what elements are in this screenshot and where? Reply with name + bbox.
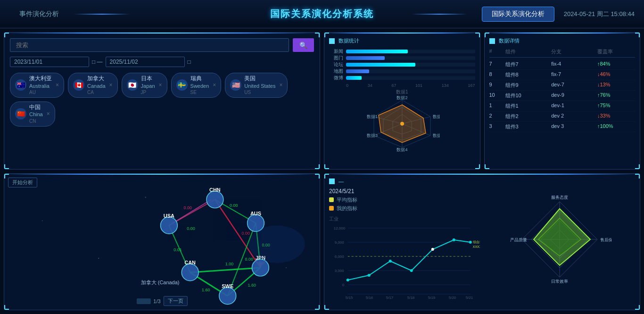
cell-comp: 组件7 bbox=[505, 61, 550, 68]
svg-text:0.00: 0.00 bbox=[187, 226, 195, 231]
header-title: 国际关系演化分析系统 bbox=[270, 8, 374, 20]
nav-intl-relations[interactable]: 国际关系演化分析 bbox=[482, 7, 554, 22]
table-row[interactable]: 7 组件7 fix-4 ↑84% bbox=[489, 59, 636, 70]
country-remove-icon[interactable]: × bbox=[56, 82, 59, 88]
svg-text:0.00: 0.00 bbox=[242, 231, 250, 236]
header-divider2 bbox=[411, 14, 468, 15]
cell-change: ↑76% bbox=[597, 92, 635, 99]
svg-text:5/18: 5/18 bbox=[407, 296, 415, 299]
page-indicator: 1/3 bbox=[153, 298, 160, 304]
svg-text:售后保障: 售后保障 bbox=[600, 238, 611, 242]
header: 事件演化分析 国际关系演化分析系统 国际关系演化分析 2024-05-21 周二… bbox=[0, 0, 644, 28]
main-content: 🔍 □ — □ 🇦🇺 澳大利亚 Australia AU × 🇨🇦 加拿大 bbox=[0, 28, 644, 314]
svg-text:AUS: AUS bbox=[250, 210, 261, 216]
country-tag[interactable]: 🇦🇺 澳大利亚 Australia AU × bbox=[10, 73, 64, 98]
svg-text:日常效率: 日常效率 bbox=[551, 279, 568, 284]
svg-point-49 bbox=[252, 259, 269, 276]
svg-text:数据5: 数据5 bbox=[433, 133, 440, 138]
table-row[interactable]: 8 组件8 fix-7 ↓46% bbox=[489, 70, 636, 80]
svg-text:数据6: 数据6 bbox=[433, 114, 440, 119]
date-end-input[interactable] bbox=[106, 57, 185, 67]
svg-text:0: 0 bbox=[342, 283, 345, 287]
analysis-panel: — 2024/5/21 平均指标 我的指标 工业 bbox=[324, 173, 640, 311]
country-remove-icon[interactable]: × bbox=[47, 110, 50, 117]
cell-change: ↓33% bbox=[597, 113, 635, 120]
svg-text:0.00: 0.00 bbox=[245, 257, 253, 262]
cell-id: 10 bbox=[489, 92, 504, 99]
bar-chart-x-label: 数据1 bbox=[329, 89, 475, 95]
country-remove-icon[interactable]: × bbox=[213, 82, 216, 88]
table-label: 数据详情 bbox=[489, 37, 636, 44]
country-tag[interactable]: 🇨🇳 中国 China CN × bbox=[10, 102, 55, 127]
top-right-section: 数据统计 新闻 图门 论坛 地图 微博 bbox=[324, 32, 640, 170]
table-row[interactable]: 10 组件10 dev-9 ↑76% bbox=[489, 91, 636, 101]
svg-text:5/16: 5/16 bbox=[366, 296, 373, 299]
table-panel: 数据详情 # 组件 分支 覆盖率 7 组件7 fix-4 ↑84% 8 组件8 … bbox=[484, 32, 641, 170]
svg-text:服务态度: 服务态度 bbox=[551, 195, 568, 200]
bar-axis-label: 167 bbox=[468, 83, 475, 88]
legend-mine-dot bbox=[329, 206, 334, 211]
country-info: 美国 United States US bbox=[244, 75, 275, 95]
network-label[interactable]: 开始分析 bbox=[8, 178, 37, 187]
svg-point-19 bbox=[286, 267, 287, 268]
svg-point-18 bbox=[42, 220, 43, 221]
country-zh: 美国 bbox=[244, 75, 275, 83]
cell-id: 3 bbox=[489, 123, 504, 130]
table-row[interactable]: 1 组件1 dev-1 ↑75% bbox=[489, 101, 636, 111]
chart-legend: 平均指标 我的指标 bbox=[329, 196, 480, 212]
country-flag: 🇺🇸 bbox=[230, 79, 241, 91]
search-panel: 🔍 □ — □ 🇦🇺 澳大利亚 Australia AU × 🇨🇦 加拿大 bbox=[4, 32, 320, 170]
bar-fill bbox=[346, 56, 385, 60]
country-zh: 日本 bbox=[141, 75, 155, 83]
country-tag[interactable]: 🇺🇸 美国 United States US × bbox=[225, 73, 288, 98]
country-flag: 🇯🇵 bbox=[127, 79, 138, 91]
svg-text:12,000: 12,000 bbox=[334, 226, 346, 230]
legend-avg: 平均指标 bbox=[329, 196, 480, 204]
date-start-input[interactable] bbox=[10, 57, 89, 67]
svg-text:0.00: 0.00 bbox=[230, 203, 238, 207]
country-tag[interactable]: 🇨🇦 加拿大 Canada CA × bbox=[68, 73, 118, 98]
country-code: SE bbox=[190, 89, 209, 95]
country-remove-icon[interactable]: × bbox=[159, 82, 162, 88]
country-zh: 瑞典 bbox=[190, 75, 209, 83]
svg-text:1.00: 1.00 bbox=[225, 261, 233, 266]
search-button[interactable]: 🔍 bbox=[293, 38, 314, 52]
bar-axis-label: 101 bbox=[415, 83, 422, 88]
cell-id: 8 bbox=[489, 71, 504, 78]
svg-text:5/17: 5/17 bbox=[386, 296, 394, 299]
country-info: 瑞典 Sweden SE bbox=[190, 75, 209, 95]
country-info: 澳大利亚 Australia AU bbox=[29, 75, 52, 95]
analysis-label: — bbox=[329, 178, 480, 184]
cell-change: ↓46% bbox=[597, 71, 635, 78]
svg-text:XXXXX: XXXXX bbox=[473, 245, 480, 248]
country-en: United States bbox=[244, 83, 275, 89]
country-remove-icon[interactable]: × bbox=[109, 82, 113, 88]
network-svg: 0.00 0.00 0.00 0.00 0.01 1.00 1.60 1.60 bbox=[4, 174, 320, 310]
svg-point-43 bbox=[206, 191, 223, 208]
date-separator: □ — bbox=[92, 59, 103, 65]
country-flag: 🇨🇦 bbox=[73, 79, 84, 91]
country-zh: 澳大利亚 bbox=[29, 75, 52, 83]
cell-change: ↓13% bbox=[597, 82, 635, 89]
country-remove-icon[interactable]: × bbox=[279, 82, 282, 88]
table-row[interactable]: 3 组件3 dev 3 ↑100% bbox=[489, 122, 636, 132]
country-tag[interactable]: 🇯🇵 日本 Japan JP × bbox=[122, 73, 167, 98]
th-comp: 组件 bbox=[505, 48, 550, 55]
nav-event-analysis[interactable]: 事件演化分析 bbox=[9, 7, 69, 22]
svg-point-51 bbox=[182, 264, 198, 281]
header-time: 2024-05-21 周二 15:08:44 bbox=[564, 10, 635, 18]
table-row[interactable]: 9 组件9 dev-7 ↓13% bbox=[489, 80, 636, 91]
table-row[interactable]: 2 组件2 dev 2 ↓33% bbox=[489, 111, 636, 122]
bar-track bbox=[346, 69, 475, 73]
bar-fill bbox=[346, 63, 415, 67]
bar-track bbox=[346, 56, 475, 60]
bar-track bbox=[346, 63, 475, 67]
search-input[interactable] bbox=[10, 38, 289, 52]
svg-point-75 bbox=[469, 241, 472, 244]
country-en: Canada bbox=[87, 83, 106, 89]
search-panel-inner: 🔍 □ — □ 🇦🇺 澳大利亚 Australia AU × 🇨🇦 加拿大 bbox=[4, 33, 320, 132]
svg-text:5/20: 5/20 bbox=[449, 296, 456, 299]
country-tag[interactable]: 🇸🇪 瑞典 Sweden SE × bbox=[171, 73, 222, 98]
bar-row: 论坛 bbox=[329, 61, 475, 68]
next-page-button[interactable]: 下一页 bbox=[164, 296, 188, 306]
